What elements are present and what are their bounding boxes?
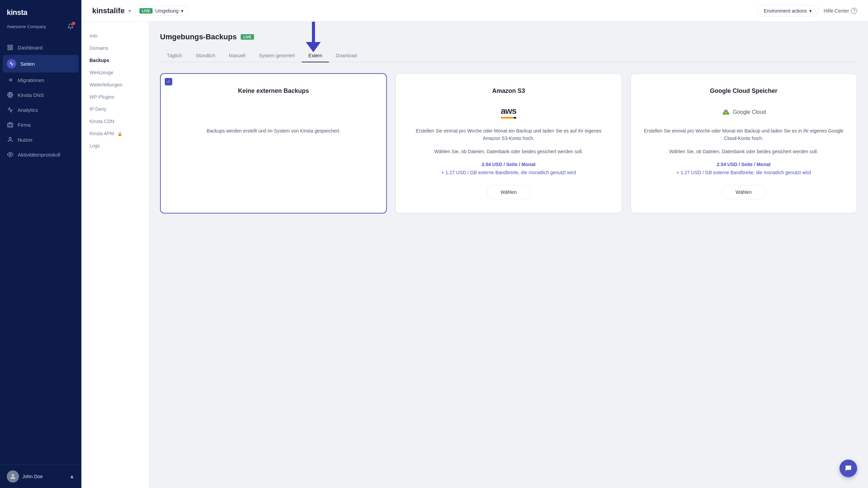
- svg-point-8: [9, 137, 11, 139]
- company-area: Awesome Company: [0, 22, 81, 37]
- avatar: [7, 470, 19, 483]
- card-s3-title: Amazon S3: [492, 87, 525, 95]
- card-gcloud-price-main: 2.54 USD / Seite / Monat: [717, 162, 771, 167]
- card-none-title: Keine externen Backups: [238, 87, 309, 95]
- topbar-right: Environment actions ▾ Hilfe-Center ?: [757, 5, 857, 17]
- svg-rect-2: [11, 48, 13, 50]
- firma-icon: [7, 121, 14, 128]
- card-gcloud-title: Google Cloud Speicher: [710, 87, 777, 95]
- env-actions-label: Environment actions: [764, 8, 807, 14]
- card-gcloud-extra: Wählen Sie, ob Dateien, Datenbank oder b…: [669, 148, 818, 155]
- nutzer-icon: [7, 136, 14, 143]
- tab-taeglich[interactable]: Täglich: [160, 49, 189, 62]
- tab-system-generiert[interactable]: System generiert: [252, 49, 302, 62]
- analytics-icon: [7, 106, 14, 113]
- card-s3-extra: Wählen Sie, ob Dateien, Datenbank oder b…: [434, 148, 583, 155]
- secondary-nav-weiterleitungen[interactable]: Weiterleitungen: [81, 79, 149, 91]
- company-name: Awesome Company: [7, 24, 46, 29]
- chat-button[interactable]: [840, 460, 857, 477]
- svg-rect-7: [8, 123, 13, 127]
- help-center-label: Hilfe-Center: [824, 8, 849, 14]
- seiten-icon: [7, 59, 16, 68]
- bell-icon[interactable]: [66, 22, 75, 30]
- secondary-nav-ip-deny[interactable]: IP Deny: [81, 103, 149, 115]
- migrationen-icon: [7, 77, 14, 83]
- secondary-nav-domains[interactable]: Domains: [81, 42, 149, 54]
- sidebar-item-firma[interactable]: Firma: [0, 117, 81, 132]
- sidebar-nav: Dashboard Seiten Migrationen Kinsta DNS: [0, 37, 81, 465]
- secondary-nav-kinsta-cdn[interactable]: Kinsta CDN: [81, 115, 149, 127]
- secondary-nav-wp-plugins[interactable]: WP-Plugins: [81, 91, 149, 103]
- sidebar-item-analytics[interactable]: Analytics: [0, 102, 81, 117]
- sidebar-item-label: Firma: [18, 122, 31, 128]
- card-s3-select-button[interactable]: Wählen: [487, 185, 530, 199]
- tab-manuell[interactable]: Manuell: [222, 49, 252, 62]
- logo-area: kinsta: [0, 0, 81, 22]
- card-s3-price: 2.54 USD / Seite / Monat + 1.27 USD / GB…: [441, 161, 576, 177]
- card-gcloud-select-button[interactable]: Wählen: [722, 185, 766, 199]
- sidebar-item-nutzer[interactable]: Nutzer: [0, 132, 81, 147]
- card-gcloud-price: 2.54 USD / Seite / Monat + 1.27 USD / GB…: [676, 161, 811, 177]
- env-label: Umgebung: [155, 8, 179, 14]
- lock-icon: 🔒: [117, 131, 122, 136]
- user-expand-icon[interactable]: ▲: [69, 473, 75, 480]
- sidebar-item-label: Kinsta DNS: [18, 92, 44, 98]
- site-chevron-icon[interactable]: ▾: [129, 8, 131, 14]
- topbar-left: kinstalife ▾ LIVE Umgebung ▾: [92, 6, 188, 16]
- aws-underline: [501, 117, 516, 119]
- backup-tabs: Täglich Stündlich Manuell System generie…: [160, 49, 857, 62]
- env-live-badge: LIVE: [139, 8, 152, 14]
- sidebar-item-label: Seiten: [20, 61, 35, 67]
- secondary-nav-logs[interactable]: Logs: [81, 140, 149, 152]
- card-s3-price-main: 2.54 USD / Seite / Monat: [482, 162, 536, 167]
- card-gcloud-desc: Erstellen Sie einmal pro Woche oder Mona…: [642, 127, 846, 142]
- card-google-cloud: Google Cloud Speicher Google Cloud: [630, 73, 857, 214]
- sidebar-item-kinsta-dns[interactable]: Kinsta DNS: [0, 87, 81, 102]
- card-s3-desc: Erstellen Sie einmal pro Woche oder Mona…: [407, 127, 610, 142]
- aktivitaet-icon: [7, 151, 14, 158]
- logo-text: kinsta: [7, 8, 27, 17]
- help-center-link[interactable]: Hilfe-Center ?: [824, 8, 857, 14]
- gcloud-icon: [721, 108, 731, 116]
- tab-stuendlich[interactable]: Stündlich: [189, 49, 222, 62]
- gcloud-text: Google Cloud: [733, 109, 766, 115]
- secondary-nav-backups[interactable]: Backups: [81, 54, 149, 66]
- help-icon: ?: [851, 8, 857, 14]
- user-area[interactable]: John Doe: [7, 470, 43, 483]
- section-header: Umgebungs-Backups LIVE: [160, 33, 857, 41]
- secondary-nav-werkzeuge[interactable]: Werkzeuge: [81, 66, 149, 79]
- sidebar-item-aktivitaet[interactable]: Aktivitätenprotokoll: [0, 147, 81, 162]
- svg-point-10: [12, 474, 14, 476]
- tab-download[interactable]: Download: [329, 49, 363, 62]
- secondary-nav: Info Domains Backups Werkzeuge Weiterlei…: [81, 22, 149, 488]
- sidebar-footer: John Doe ▲: [0, 465, 81, 488]
- env-actions-button[interactable]: Environment actions ▾: [757, 5, 818, 17]
- env-actions-chevron-icon: ▾: [809, 8, 812, 14]
- secondary-nav-info[interactable]: Info: [81, 30, 149, 42]
- card-amazon-s3: Amazon S3 aws Erstellen Sie einmal pro W…: [395, 73, 622, 214]
- card-none: ✓ Keine externen Backups Backups werden …: [160, 73, 387, 214]
- sidebar-item-label: Analytics: [18, 107, 38, 113]
- card-s3-price-extra: + 1.27 USD / GB externe Bandbreite, die …: [441, 170, 576, 175]
- sidebar-item-migrationen[interactable]: Migrationen: [0, 73, 81, 87]
- main-area: kinstalife ▾ LIVE Umgebung ▾ Environment…: [81, 0, 868, 488]
- page-content: Umgebungs-Backups LIVE Täglich Stündlich…: [149, 22, 868, 488]
- card-none-desc: Backups werden erstellt und im System vo…: [206, 127, 340, 135]
- content-area: Info Domains Backups Werkzeuge Weiterlei…: [81, 22, 868, 488]
- notification-badge: [72, 22, 75, 25]
- aws-logo: aws: [501, 103, 516, 122]
- arrow-head: [306, 42, 321, 52]
- sidebar-item-label: Migrationen: [18, 77, 44, 83]
- page-live-badge: LIVE: [241, 34, 254, 40]
- dns-icon: [7, 92, 14, 98]
- secondary-nav-kinsta-apm[interactable]: Kinsta APM 🔒: [81, 127, 149, 140]
- env-selector[interactable]: LIVE Umgebung ▾: [135, 6, 188, 16]
- sidebar: kinsta Awesome Company Dashboard Seiten: [0, 0, 81, 488]
- aws-text: aws: [501, 106, 516, 116]
- arrow-shaft: [312, 22, 315, 42]
- sidebar-item-dashboard[interactable]: Dashboard: [0, 40, 81, 55]
- svg-rect-1: [11, 45, 13, 47]
- svg-rect-3: [8, 48, 9, 50]
- sidebar-item-label: Aktivitätenprotokoll: [18, 152, 60, 158]
- sidebar-item-seiten[interactable]: Seiten: [3, 55, 79, 73]
